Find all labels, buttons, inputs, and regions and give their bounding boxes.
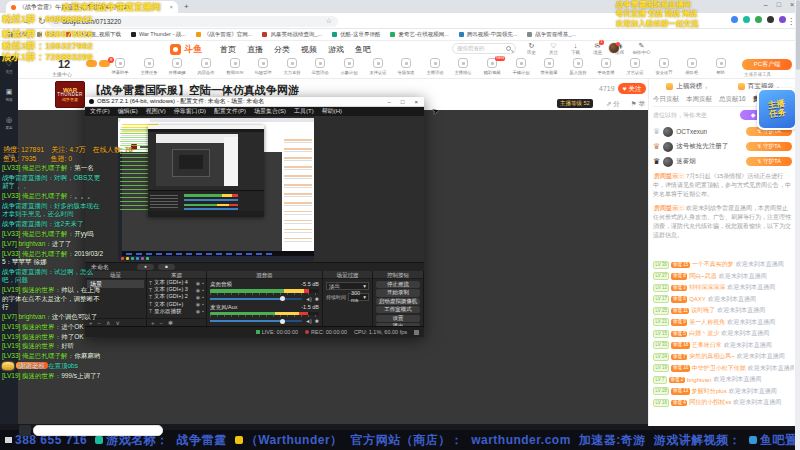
toolbar-item[interactable]: 才艺认证 (621, 58, 650, 75)
toolbar-item[interactable]: 内容合作 (192, 58, 221, 75)
channel-gear-icon[interactable]: ✱ (315, 318, 319, 324)
header-icon-item[interactable]: ✉ 消息 1 (590, 42, 605, 55)
toolbar-item[interactable]: 开播提醒 (163, 58, 192, 75)
visibility-icon[interactable]: ◉ (196, 308, 200, 314)
lock-icon[interactable]: ▪ (202, 301, 204, 307)
obs-minimize-icon[interactable]: – (388, 99, 391, 105)
nav-item[interactable]: 游戏 (328, 44, 344, 55)
bookmark-star-icon[interactable]: ☆ (326, 17, 332, 25)
obs-control-button[interactable]: 停止推流 (376, 281, 420, 288)
username[interactable]: 白嫖丶波少 (689, 329, 719, 338)
remove-source-icon[interactable]: − (160, 320, 164, 326)
bookmark-item[interactable]: 《战争雷霆》官网... (196, 31, 253, 38)
username[interactable]: 说时晚了 (691, 306, 715, 315)
username[interactable]: 突然的真相山风~ (689, 352, 735, 361)
obs-control-button[interactable]: 工作室模式 (376, 306, 420, 313)
scene-up-icon[interactable]: ∧ (106, 319, 110, 326)
contribution-tab[interactable]: 总贡献16 (719, 95, 746, 104)
contribution-tab[interactable]: 本周贡献 (686, 95, 712, 104)
toolbar-item[interactable]: 保险柜 (678, 58, 707, 75)
obs-menu-item[interactable]: 停靠窗口(D) (174, 107, 206, 116)
visibility-icon[interactable]: ◉ (196, 280, 200, 286)
toolbar-item[interactable]: 精彩视频 NEW (478, 58, 507, 75)
nav-item[interactable]: 鱼吧 (355, 44, 371, 55)
obs-close-icon[interactable]: × (414, 99, 418, 105)
username[interactable]: 特特深深深深 (689, 283, 725, 292)
toolbar-item[interactable]: 友伴认证 (363, 58, 392, 75)
speaker-icon[interactable]: ◄) (305, 296, 312, 302)
page-scrollbar[interactable] (795, 0, 800, 450)
anchor-task-sticker[interactable]: 主播任务 (757, 88, 797, 130)
username[interactable]: 阿白~武器 (689, 272, 717, 281)
speaker-icon[interactable]: ◄) (305, 318, 312, 324)
channel-gear-icon[interactable]: ✱ (315, 296, 319, 302)
username[interactable]: 第一人称视角 (689, 318, 725, 327)
panel-link[interactable]: 上福袋榜 › (651, 82, 723, 91)
obs-menu-item[interactable]: 文件(F) (90, 107, 110, 116)
toolbar-item[interactable]: 主播排位 (449, 58, 478, 75)
toolbar-item[interactable]: 千镇计划 (506, 58, 535, 75)
toolbar-item[interactable]: 安全设置 (649, 58, 678, 75)
obs-control-button[interactable]: 开始录制 (376, 289, 420, 296)
nav-item[interactable]: 首页 (220, 44, 236, 55)
pc-client-button[interactable]: PC客户端 (742, 59, 792, 70)
bookmark-item[interactable]: 战争雷霆维基_... (527, 31, 576, 38)
obs-titlebar[interactable]: OBS 27.2.1 (64-bit, windows) - 配置文件: 未命名… (85, 97, 424, 107)
toolbar-item[interactable]: 新人扶持 (564, 58, 593, 75)
username[interactable]: 中华护卫小松下传媒 (692, 364, 746, 373)
guard-button[interactable]: ↯ 守护TA (746, 157, 792, 166)
source-props-icon[interactable]: ✱ (168, 319, 173, 326)
douyu-logo[interactable]: 斗鱼 (170, 43, 202, 56)
header-icon-item[interactable]: ↻ 历史 (524, 42, 539, 55)
toolbar-item[interactable]: 大力支持 (278, 58, 307, 75)
bookmark-item[interactable]: 爱奇艺-在线视频网... (390, 31, 448, 38)
source-item[interactable]: T 文本 (GDI+) 2 ◉ ▪ (147, 293, 206, 300)
username[interactable]: QAXY (689, 296, 706, 302)
bookmark-item[interactable]: 腾讯视频-中国领先... (459, 31, 517, 38)
obs-menu-item[interactable]: 编辑(E) (118, 107, 138, 116)
new-tab-button[interactable]: + (184, 2, 189, 11)
nav-item[interactable]: 视频 (301, 44, 317, 55)
toolbar-item[interactable]: 手游直播 (592, 58, 621, 75)
header-icon-item[interactable]: ✎ 创作中心 (634, 42, 649, 55)
obs-menu-item[interactable]: 场景集合(S) (254, 107, 286, 116)
header-icon-item[interactable]: ↓ 下载 (568, 42, 583, 55)
header-icon-item[interactable]: ♡ 关注 (546, 42, 561, 55)
visibility-icon[interactable]: ◉ (196, 301, 200, 307)
quick-stop-button[interactable]: ■ (158, 264, 175, 271)
rank-avatar[interactable] (663, 157, 673, 167)
room-avatar[interactable]: WAR THUNDER 战争雷霆 (55, 81, 85, 108)
guard-button[interactable]: ↯ 守护TA (746, 142, 792, 151)
bookmark-item[interactable]: 风暴英雄战绩查询_... (262, 31, 322, 38)
search-icon[interactable] (506, 46, 511, 51)
obs-menu-item[interactable]: 工具(T) (294, 107, 314, 116)
duration-spinner[interactable]: 300 ms ▾ (348, 293, 369, 301)
obs-maximize-icon[interactable]: □ (401, 99, 405, 105)
toolbar-item[interactable]: 荣誉勋章 (535, 58, 564, 75)
lock-icon[interactable]: ▪ (202, 308, 204, 314)
username[interactable]: brightvan (687, 377, 712, 383)
lock-icon[interactable]: ▪ (202, 287, 204, 293)
obs-menu-item[interactable]: 配置文件(P) (214, 107, 246, 116)
username[interactable]: 梦醒时分plus (692, 387, 727, 396)
toolbar-item[interactable]: 帮助 (706, 58, 735, 75)
obs-preview[interactable] (85, 116, 424, 262)
emoji-button[interactable] (19, 425, 31, 436)
obs-control-button[interactable]: 设置 (376, 315, 420, 322)
quick-start-button[interactable]: ● (137, 264, 154, 271)
obs-menu-item[interactable]: 帮助(H) (322, 107, 342, 116)
volume-slider[interactable] (210, 320, 302, 322)
lock-icon[interactable]: ▪ (202, 280, 204, 286)
obs-menu-item[interactable]: 视图(V) (146, 107, 166, 116)
toolbar-item[interactable]: 运营活动 (306, 58, 335, 75)
username[interactable]: 阿拉的小拐杖ss (689, 398, 731, 407)
bookmark-item[interactable]: 优酷-这世界很酷 (332, 31, 380, 38)
username[interactable]: 一个不真实的梦 (692, 260, 734, 269)
nav-item[interactable]: 直播 (247, 44, 263, 55)
scrollbar-thumb[interactable] (796, 0, 800, 70)
source-item[interactable]: T 文本 (GDI+) ◉ ▪ (147, 301, 206, 308)
search-input[interactable]: 搜你想看的 (452, 43, 516, 54)
tab-close-icon[interactable]: × (169, 4, 173, 10)
obs-control-button[interactable]: 启动虚拟摄像机 (376, 298, 420, 305)
source-item[interactable]: T 显示器捕获 ◉ ▪ (147, 308, 206, 315)
